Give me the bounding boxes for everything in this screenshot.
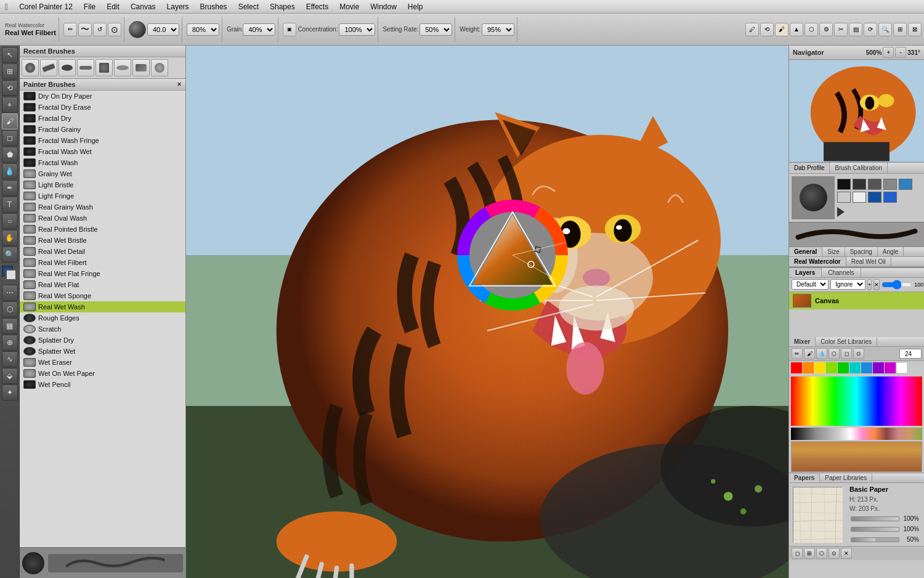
brush-list-item[interactable]: Fractal Wash Wet: [20, 146, 185, 157]
tool-transform-btn[interactable]: ⟲: [2, 80, 18, 96]
tool-extra-1[interactable]: ⋯: [2, 285, 18, 301]
composite-select[interactable]: Default: [792, 279, 829, 290]
brush-tool-4-btn[interactable]: ⊙: [108, 23, 121, 36]
recent-brush-5[interactable]: [95, 59, 113, 76]
brush-list-item[interactable]: Real Wet Detail: [20, 246, 185, 257]
brush-list-item[interactable]: Real Pointed Bristle: [20, 224, 185, 235]
color-tool-1-btn[interactable]: ✏: [792, 348, 803, 359]
menu-brushes[interactable]: Brushes: [195, 1, 232, 12]
prop-tab-angle[interactable]: Angle: [878, 247, 904, 256]
tool-extra-6[interactable]: ⬙: [2, 368, 18, 384]
tool-extra-3[interactable]: ▦: [2, 318, 18, 334]
dab-swatch-1[interactable]: [837, 179, 851, 190]
grain-select[interactable]: 40%: [243, 23, 275, 36]
dab-swatch-4[interactable]: [883, 179, 897, 190]
recent-brush-4[interactable]: [77, 59, 94, 76]
tool-icon-r5[interactable]: ⬡: [804, 23, 818, 36]
menu-shapes[interactable]: Shapes: [265, 1, 300, 12]
mixer-tab[interactable]: Mixer: [789, 337, 816, 346]
color-tool-5-btn[interactable]: ◻: [841, 348, 852, 359]
prop-tab-real-wet-oil[interactable]: Real Wet Oil: [846, 257, 891, 266]
paper-btn-1[interactable]: ◻: [792, 548, 803, 559]
menu-canvas[interactable]: Canvas: [126, 1, 161, 12]
brush-list-item[interactable]: Real Oval Wash: [20, 213, 185, 224]
dab-swatch-8[interactable]: [868, 192, 881, 203]
menu-help[interactable]: Help: [403, 1, 428, 12]
brush-list-item[interactable]: Real Wet Flat Fringe: [20, 268, 185, 279]
color-tool-6-btn[interactable]: ⊙: [853, 348, 864, 359]
papers-tab[interactable]: Papers: [789, 473, 820, 482]
brush-list-item[interactable]: Real Wet Filbert: [20, 257, 185, 268]
menu-edit[interactable]: Edit: [102, 1, 124, 12]
brush-list-item[interactable]: Fractal Dry: [20, 113, 185, 124]
brush-list-item[interactable]: Fractal Dry Erase: [20, 102, 185, 113]
dab-swatch-3[interactable]: [868, 179, 881, 190]
brush-list-item[interactable]: Wet Eraser: [20, 357, 185, 368]
apple-logo-icon[interactable]: : [5, 2, 8, 12]
concentration-select[interactable]: 100%: [339, 23, 375, 36]
tool-icon-r11[interactable]: ⊞: [893, 23, 907, 36]
brush-list-item[interactable]: Real Wet Bristle: [20, 235, 185, 246]
tool-text-btn[interactable]: T: [2, 197, 18, 213]
canvas-area[interactable]: [186, 46, 788, 578]
brush-list-item[interactable]: Grainy Wet: [20, 168, 185, 179]
tool-hand-btn[interactable]: ✋: [2, 230, 18, 246]
menu-window[interactable]: Window: [365, 1, 402, 12]
brush-list-item[interactable]: Dry On Dry Paper: [20, 91, 185, 102]
prop-tab-size[interactable]: Size: [822, 247, 845, 256]
recent-brush-6[interactable]: [114, 59, 131, 76]
brush-tool-1-btn[interactable]: ✏: [63, 23, 77, 36]
color-tool-3-btn[interactable]: 💧: [816, 348, 827, 359]
opacity-mode-select[interactable]: Ignore: [830, 279, 865, 290]
paper-btn-4[interactable]: ⊙: [829, 548, 840, 559]
brush-list-item[interactable]: Real Wet Flat: [20, 279, 185, 290]
dab-swatch-7[interactable]: [853, 192, 866, 203]
color-squares[interactable]: [2, 266, 18, 282]
swatch-white[interactable]: [896, 362, 907, 373]
canvas-painting[interactable]: [186, 46, 788, 578]
menu-movie[interactable]: Movie: [334, 1, 364, 12]
paper-libraries-tab[interactable]: Paper Libraries: [820, 473, 872, 482]
brush-list[interactable]: Dry On Dry PaperFractal Dry EraseFractal…: [20, 91, 185, 547]
tool-icon-r1[interactable]: 🖊: [745, 23, 759, 36]
tool-eraser-btn[interactable]: ◻: [2, 130, 18, 146]
add-layer-btn[interactable]: +: [867, 279, 872, 290]
color-set-libraries-tab[interactable]: Color Set Libraries: [816, 337, 877, 346]
tool-extra-5[interactable]: ∿: [2, 351, 18, 367]
tool-icon-r7[interactable]: ✂: [834, 23, 848, 36]
menu-select[interactable]: Select: [233, 1, 264, 12]
color-mixer-canvas[interactable]: [791, 441, 922, 472]
setting-rate-select[interactable]: 50%: [419, 23, 452, 36]
swatch-purple[interactable]: [873, 362, 884, 373]
recent-brush-8[interactable]: [151, 59, 168, 76]
canvas-layer-item[interactable]: Canvas: [789, 292, 924, 309]
paper-btn-5[interactable]: ✕: [841, 548, 852, 559]
brush-list-item[interactable]: Fractal Wash: [20, 157, 185, 168]
brush-list-item[interactable]: Scratch: [20, 324, 185, 335]
color-gradient-band[interactable]: [791, 377, 922, 426]
tool-eyedrop-btn[interactable]: 💧: [2, 163, 18, 179]
recent-brush-3[interactable]: [59, 59, 76, 76]
paper-slider-1[interactable]: [851, 516, 899, 521]
paper-slider-2[interactable]: [851, 527, 899, 532]
tool-icon-r2[interactable]: ⟲: [760, 23, 774, 36]
recent-brush-1[interactable]: [22, 59, 39, 76]
swatch-yellow[interactable]: [814, 362, 825, 373]
brush-tool-2-btn[interactable]: 〜: [78, 23, 92, 36]
layers-tab-layers[interactable]: Layers: [789, 268, 822, 277]
secondary-color-box[interactable]: [6, 269, 17, 280]
menu-corel-painter[interactable]: Corel Painter 12: [14, 1, 78, 12]
brush-list-item[interactable]: Light Bristle: [20, 179, 185, 190]
prop-tab-spacing[interactable]: Spacing: [845, 247, 878, 256]
menu-layers[interactable]: Layers: [162, 1, 194, 12]
menu-effects[interactable]: Effects: [301, 1, 333, 12]
tool-lasso-btn[interactable]: ⌖: [2, 97, 18, 113]
brush-tool-3-btn[interactable]: ↺: [93, 23, 107, 36]
brush-calibration-tab[interactable]: Brush Calibration: [830, 163, 888, 173]
tool-extra-7[interactable]: ✦: [2, 385, 18, 401]
dab-swatch-2[interactable]: [853, 179, 866, 190]
tool-icon-r9[interactable]: ⟳: [864, 23, 877, 36]
tool-fill-btn[interactable]: ⬟: [2, 147, 18, 163]
paper-thumbnail[interactable]: [793, 487, 842, 542]
recent-brush-7[interactable]: [132, 59, 150, 76]
